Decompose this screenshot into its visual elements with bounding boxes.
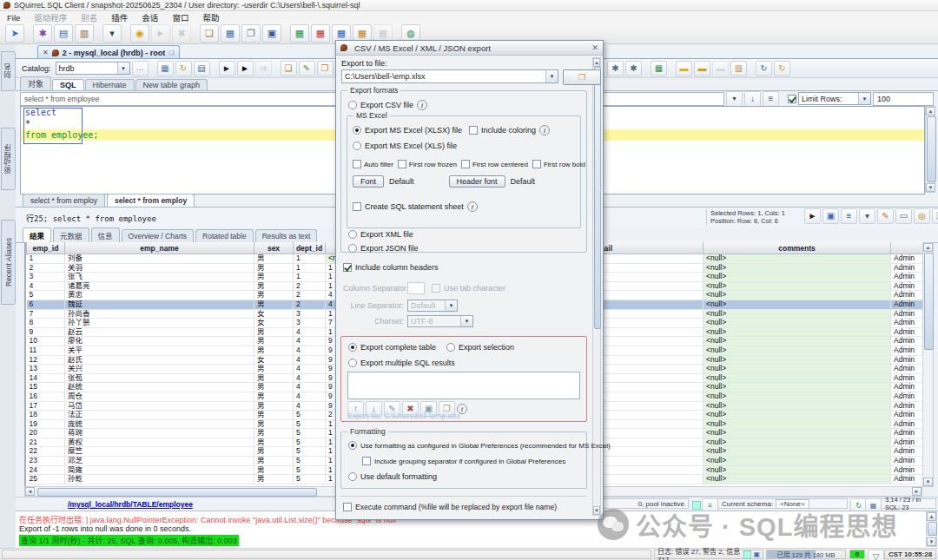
- add-to-graph-icon[interactable]: ▦: [651, 61, 667, 76]
- include-column-headers-checkbox[interactable]: [343, 263, 352, 272]
- chevron-down-icon[interactable]: ▼: [117, 63, 129, 74]
- scroll-up-icon[interactable]: ▲: [923, 243, 933, 252]
- column-header-comments[interactable]: comments: [704, 242, 891, 254]
- table-cell[interactable]: 4: [294, 337, 326, 346]
- include-headers-row[interactable]: Include column headers: [343, 263, 439, 272]
- commit-icon[interactable]: ▬: [676, 61, 692, 76]
- history-dropdown-icon[interactable]: ▼: [726, 91, 743, 107]
- menu-File[interactable]: File: [0, 13, 27, 23]
- table-cell[interactable]: 5: [294, 475, 326, 484]
- connect-alias-icon[interactable]: ➤: [5, 24, 24, 43]
- message-scrollbar[interactable]: ▲ ▼: [926, 511, 937, 547]
- xlsx-radio[interactable]: [353, 126, 361, 135]
- table-cell[interactable]: Admin: [891, 346, 925, 355]
- table-cell[interactable]: <null>: [704, 383, 891, 392]
- multiple-sql-row[interactable]: Export multiple SQL results: [348, 359, 455, 367]
- table-cell[interactable]: 25: [27, 475, 65, 484]
- menu-窗口[interactable]: 窗口: [165, 11, 195, 23]
- csv-radio[interactable]: [348, 101, 357, 109]
- table-cell[interactable]: 女: [254, 309, 294, 319]
- table-cell[interactable]: 3: [294, 309, 326, 319]
- first-row-centered-checkbox[interactable]: [461, 160, 470, 168]
- table-cell[interactable]: 17: [27, 401, 65, 411]
- run-sql-icon[interactable]: ►: [219, 61, 235, 76]
- refresh-icon[interactable]: ↻: [175, 61, 192, 76]
- table-cell[interactable]: 诸葛亮: [65, 281, 254, 291]
- session-tab-2[interactable]: SQL: [52, 79, 84, 90]
- table-cell[interactable]: 男: [254, 337, 294, 346]
- bookmarks-icon[interactable]: ▥: [75, 24, 94, 43]
- table-cell[interactable]: 关羽: [65, 263, 254, 273]
- table-cell[interactable]: 男: [254, 346, 294, 355]
- result-view-tab-6[interactable]: Results as text: [255, 229, 318, 242]
- table-cell[interactable]: 男: [254, 281, 294, 291]
- table-cell[interactable]: 女: [254, 319, 294, 328]
- table-cell[interactable]: <null>: [704, 254, 891, 264]
- table-cell[interactable]: Admin: [891, 327, 925, 337]
- table-cell[interactable]: 20: [27, 429, 65, 438]
- chevron-down-icon[interactable]: ▼: [545, 70, 558, 82]
- table-cell[interactable]: Admin: [891, 392, 925, 401]
- table-cell[interactable]: 2: [27, 263, 65, 273]
- zoom-result-icon[interactable]: ◎: [914, 208, 930, 224]
- table-cell[interactable]: <null>: [704, 475, 891, 484]
- first-row-bold-checkbox[interactable]: [532, 160, 541, 168]
- column-header-dept_id[interactable]: dept_id: [294, 242, 326, 254]
- info-icon[interactable]: i: [467, 201, 478, 212]
- global-prefs-row[interactable]: Use formatting as configured in Global P…: [348, 441, 611, 450]
- table-cell[interactable]: 男: [254, 429, 294, 438]
- create-sql-sheet-checkbox[interactable]: [353, 202, 361, 211]
- table-cell[interactable]: 10: [27, 337, 65, 346]
- table-cell[interactable]: 4: [294, 355, 326, 365]
- session-tab[interactable]: ✕ 2 - mysql_local (hrdb) - root ❏: [37, 45, 180, 59]
- run-all-icon[interactable]: ►: [237, 61, 254, 76]
- table-cell[interactable]: 13: [27, 365, 65, 374]
- table-cell[interactable]: 5: [294, 429, 326, 438]
- table-cell[interactable]: <null>: [704, 429, 891, 438]
- log-viewer-icon[interactable]: ▣: [753, 550, 760, 558]
- table-cell[interactable]: Admin: [891, 373, 925, 383]
- table-cell[interactable]: Admin: [891, 419, 925, 429]
- pin-result-icon[interactable]: ▣: [822, 208, 839, 224]
- table-cell[interactable]: 男: [254, 254, 294, 264]
- table-cell[interactable]: <null>: [704, 419, 891, 429]
- table-cell[interactable]: 2: [294, 300, 326, 309]
- sql-view-icon[interactable]: ▤: [194, 61, 210, 76]
- table-cell[interactable]: 男: [254, 300, 294, 309]
- table-cell[interactable]: 张苞: [65, 373, 254, 383]
- limit-rows-input[interactable]: 100: [873, 92, 934, 106]
- include-grouping-checkbox[interactable]: [362, 457, 371, 465]
- table-cell[interactable]: <null>: [704, 309, 891, 319]
- table-cell[interactable]: <null>: [704, 401, 891, 411]
- table-cell[interactable]: 5: [294, 457, 326, 466]
- table-cell[interactable]: 孙尚香: [65, 309, 254, 319]
- table-cell[interactable]: 22: [27, 447, 65, 457]
- execute-command-checkbox[interactable]: [343, 503, 352, 511]
- table-cell[interactable]: 男: [254, 457, 294, 466]
- play-icon[interactable]: ►: [151, 24, 170, 43]
- table-cell[interactable]: 男: [254, 411, 294, 420]
- table-cell[interactable]: 孙乾: [65, 475, 254, 484]
- column-header-sex[interactable]: sex: [254, 242, 294, 254]
- table-cell[interactable]: 18: [27, 411, 65, 420]
- table-cell[interactable]: <null>: [704, 327, 891, 337]
- rollback-icon[interactable]: ▬: [694, 61, 710, 76]
- table-cell[interactable]: 女: [254, 355, 294, 365]
- column-header-emp_id[interactable]: emp_id: [27, 242, 65, 254]
- export-multiple-sql-radio[interactable]: [348, 359, 357, 367]
- dock-tab-2[interactable]: 驱动程序: [1, 128, 16, 190]
- drivers-icon[interactable]: ✱: [33, 24, 52, 43]
- table-cell[interactable]: Admin: [891, 401, 925, 411]
- dock-tab-3[interactable]: Recent Aliases: [1, 220, 16, 305]
- table-cell[interactable]: 赵统: [65, 383, 254, 392]
- table-cell[interactable]: 男: [254, 419, 294, 429]
- font-button[interactable]: Font: [353, 175, 384, 188]
- aliases-icon[interactable]: ▤: [54, 24, 73, 43]
- table-cell[interactable]: 男: [254, 373, 294, 383]
- table-cell[interactable]: 4: [27, 281, 65, 291]
- table-cell[interactable]: 关平: [65, 346, 254, 355]
- table-cell[interactable]: 关兴: [65, 365, 254, 374]
- charset-combobox[interactable]: UTF-8▼: [407, 315, 473, 327]
- table-cell[interactable]: 魏延: [65, 300, 254, 309]
- table-cell[interactable]: 简雍: [65, 465, 254, 475]
